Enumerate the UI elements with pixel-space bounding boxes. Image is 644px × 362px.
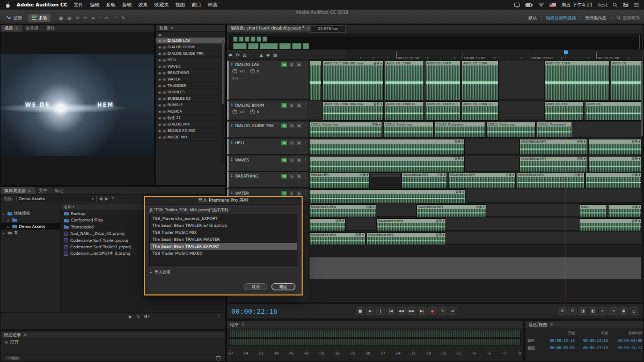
import-icon[interactable]: ▤	[66, 15, 74, 21]
audio-clip[interactable]: A003_C0..13XN_001.mov音量 ▾	[323, 61, 384, 100]
name-column-header[interactable]: 名称	[64, 204, 71, 210]
media-tree-item[interactable]: ▸卷	[1, 230, 60, 236]
audio-clip[interactable]: M8818.MP4声像 ▾	[309, 172, 370, 188]
track-output-icon[interactable]: ◉	[158, 97, 161, 100]
track-list-item[interactable]: ◉▤BUBBLES	[156, 89, 225, 95]
stop-button[interactable]: ■	[356, 307, 364, 315]
ok-button[interactable]: 确定	[272, 283, 295, 290]
workspace-item[interactable]: 默认	[529, 15, 537, 21]
audio-clip[interactable]: 音量 ▾	[309, 218, 346, 231]
media-browser-tab[interactable]: 媒体浏览器≡	[1, 187, 35, 194]
preview-volume-icon[interactable]	[144, 314, 150, 319]
track-grip-icon[interactable]: ↕	[230, 158, 233, 162]
input-source-flag-icon[interactable]	[550, 3, 556, 7]
slip-tool-icon[interactable]: ⇔	[90, 15, 97, 21]
track-list-item[interactable]: ◉▤DIALOG GUIDE TRK	[156, 50, 225, 57]
audio-clip[interactable]: 音量 ▾	[309, 156, 465, 172]
panel-resize-grip[interactable]: ⠿	[218, 314, 221, 319]
audio-clip[interactable]: A003_C0..13XN_004.mov音量 ▾	[323, 101, 384, 121]
audio-clip[interactable]: MAQM8818.MP4音量 ▾	[367, 232, 446, 245]
audio-clip[interactable]: A003_C0..13XN_...	[544, 61, 610, 100]
workspace-item[interactable]: 编辑音频到视频	[546, 15, 576, 21]
control-center-icon[interactable]	[623, 3, 628, 7]
solo-button[interactable]: S	[289, 123, 295, 128]
disclosure-triangle-icon[interactable]: ▸	[8, 218, 11, 222]
solo-button[interactable]: S	[289, 103, 295, 108]
mute-button[interactable]: M	[281, 62, 287, 67]
track-list-item[interactable]: ◉▤SOUND FX MIX	[156, 128, 225, 134]
audio-clip[interactable]: C0012_Proxy.mov	[383, 122, 434, 138]
track-options-icon[interactable]: ⋮	[304, 103, 308, 107]
play-button[interactable]: ▶	[366, 307, 375, 315]
track-output-icon[interactable]: ◉	[158, 51, 161, 55]
zoom-out-vertical-button[interactable]: ◧	[589, 307, 597, 315]
sequence-list-item[interactable]: TSB Trailer MUSIC MIXED	[150, 250, 297, 257]
audio-clip[interactable]	[371, 172, 400, 188]
skip-to-previous-button[interactable]: |◀	[386, 307, 395, 315]
mute-button[interactable]: M	[281, 103, 287, 108]
track-list-item[interactable]: ◉▤轨道 21	[156, 115, 225, 121]
record-button[interactable]: ●	[428, 307, 437, 315]
audio-clip[interactable]: MAQM8818.MP4音量 ▾	[519, 156, 587, 172]
track-options-icon[interactable]: ⋮	[304, 62, 308, 67]
time-selection-tool-icon[interactable]: I	[98, 15, 102, 21]
spotlight-search-icon[interactable]	[613, 3, 618, 8]
video-panel-tab[interactable]: 效果组	[22, 25, 42, 32]
editor-scrollbar[interactable]	[641, 61, 643, 301]
zoom-out-horizontal-button[interactable]: ⊟	[568, 307, 577, 315]
playhead-line[interactable]	[566, 61, 566, 301]
sequence-list-item[interactable]: TSB_Mavericks_excerpt_EXPORT	[150, 215, 297, 222]
media-browser-tab[interactable]: 标记	[51, 187, 67, 194]
audio-clip[interactable]: 音量 ▾	[309, 189, 466, 203]
track-output-icon[interactable]: ◉	[158, 45, 161, 49]
mute-button[interactable]: M	[281, 174, 287, 179]
track-output-icon[interactable]: ◉	[158, 71, 161, 75]
panel-menu-icon[interactable]: ≡	[171, 26, 174, 30]
grid-icon[interactable]: ▦	[272, 53, 279, 57]
audio-clip[interactable]: A003_C0..13XN_0...	[462, 101, 499, 121]
panel-menu-icon[interactable]: ≡	[306, 26, 310, 31]
audio-clip[interactable]: 音量 ▾	[309, 139, 465, 155]
menubar-menu-item[interactable]: 窗口	[192, 2, 201, 9]
track-list-item[interactable]: ◉▤DIALOG MIX	[156, 121, 225, 128]
skip-to-next-button[interactable]: ▶|	[418, 307, 427, 315]
audio-clip[interactable]	[309, 61, 321, 100]
track-options-icon[interactable]: ⋮	[304, 141, 308, 145]
menubar-menu-item[interactable]: 编辑	[90, 2, 100, 9]
editor-track-header[interactable]: ↕HELIMSR⋮	[227, 139, 309, 155]
audio-clip[interactable]: 声像 ▾	[608, 204, 642, 217]
zoom-full-button[interactable]: ◻	[630, 307, 638, 315]
track-output-icon[interactable]: ◉	[158, 64, 161, 68]
tracks-scrollbar[interactable]	[222, 40, 224, 163]
open-file-icon[interactable]: ▦	[57, 15, 65, 21]
audio-clip[interactable]: A003_C0..13XN_0...	[425, 101, 460, 121]
audio-clip[interactable]: A003_C0..13XN_...	[385, 61, 424, 100]
disclosure-triangle-icon[interactable]: ▸	[3, 212, 6, 216]
audio-clip[interactable]: A003_C0..13X...	[544, 101, 584, 121]
mute-button[interactable]: M	[281, 123, 287, 128]
forward-icon[interactable]: ▶	[105, 196, 108, 201]
playhead-timecode[interactable]: 00:00:22:16	[227, 307, 286, 315]
selection-end-value[interactable]: 00:00:22:16	[575, 338, 608, 343]
track-output-icon[interactable]: ◉	[158, 103, 161, 107]
preview-play-icon[interactable]: ▶	[129, 314, 132, 319]
audio-clip[interactable]: C0012_Proxy.mov	[486, 122, 536, 138]
panel-menu-icon[interactable]: ≡	[550, 322, 553, 327]
selection-start-value[interactable]: 00:00:22:16	[541, 338, 575, 343]
panel-menu-icon[interactable]: ≡	[24, 333, 27, 337]
video-panel-tab[interactable]: 属性	[42, 25, 58, 32]
audio-clip[interactable]: MAQM8818.MP4音量 ▾	[519, 139, 587, 155]
menubar-menu-item[interactable]: 效果	[138, 2, 148, 9]
pan-knob[interactable]	[250, 109, 255, 114]
menubar-menu-item[interactable]: 文件	[74, 2, 84, 9]
audio-clip[interactable]: MAQM8818.MP4音量 ▾	[309, 232, 365, 245]
audio-clip[interactable]: 音量 ▾	[588, 156, 642, 172]
scrollbar-thumb[interactable]	[641, 61, 643, 136]
track-options-icon[interactable]: ⋮	[304, 191, 308, 195]
audio-clip[interactable]: C0012_Proxy.mov	[537, 122, 572, 138]
solo-button[interactable]: S	[289, 62, 295, 67]
selection-start-value[interactable]: 00:00:03:08	[541, 346, 575, 350]
track-output-icon[interactable]: ◉	[158, 109, 161, 113]
pan-knob[interactable]	[250, 69, 255, 73]
display-menu-icon[interactable]	[514, 3, 520, 8]
